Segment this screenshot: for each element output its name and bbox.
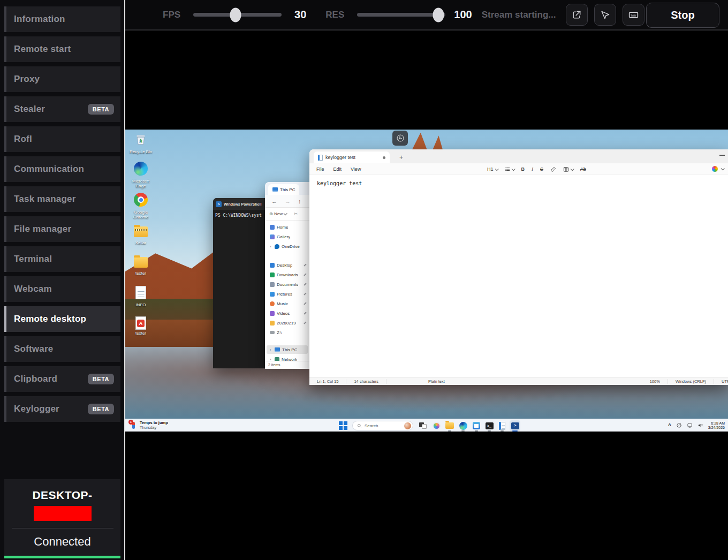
sidebar-item-remote-desktop[interactable]: Remote desktop (4, 306, 120, 332)
explorer-nav-videos[interactable]: Videos (267, 309, 308, 317)
taskbar-clock[interactable]: 6:28 AM 3/24/2026 (708, 421, 725, 430)
open-in-new-window-button[interactable] (566, 4, 588, 26)
bold-button[interactable]: B (521, 167, 525, 172)
notepad-window[interactable]: keylogger test + File Edit View H1 B I (309, 149, 728, 385)
sidebar-item-information[interactable]: Information (4, 6, 120, 32)
list-dropdown[interactable] (505, 167, 514, 172)
explorer-nav-onedrive[interactable]: ›OneDrive (267, 242, 308, 251)
strikethrough-button[interactable]: S (540, 167, 543, 172)
cut-button[interactable]: ✂ (294, 211, 298, 216)
beta-badge: BETA (88, 104, 114, 115)
stop-stream-button[interactable]: Stop (646, 3, 719, 28)
weather-widget[interactable]: 1 Temps to jumpThursday (130, 420, 168, 430)
insert-link-button[interactable] (550, 167, 556, 172)
explorer-tab[interactable]: This PC (268, 184, 299, 195)
notepad-format-bar: H1 B I S Ab (487, 163, 586, 175)
res-slider[interactable] (357, 13, 445, 17)
forward-button[interactable]: → (285, 198, 291, 205)
sidebar-item-terminal[interactable]: Terminal (4, 246, 120, 272)
powershell-titlebar[interactable]: > Windows PowerShell (213, 198, 266, 210)
explorer-nav-music[interactable]: Music (267, 299, 308, 308)
sidebar-item-remote-start[interactable]: Remote start (4, 36, 120, 62)
desktop-icon-info-document[interactable]: INFO (128, 286, 153, 307)
new-button[interactable]: ⊕ New (269, 211, 286, 216)
recycle-bin-icon (134, 132, 148, 148)
sidebar-item-keylogger[interactable]: KeyloggerBETA (4, 396, 120, 422)
sidebar-item-proxy[interactable]: Proxy (4, 66, 120, 92)
copilot-dropdown[interactable] (712, 166, 724, 172)
taskbar-app-terminal[interactable]: >_ (484, 420, 495, 431)
image-placeholder-icon[interactable] (392, 131, 408, 146)
desktop-icon-microsoft-edge[interactable]: Microsoft Edge (128, 162, 153, 188)
explorer-nav-dated-folder[interactable]: 20260219 (267, 319, 308, 327)
taskbar-app-photos[interactable] (431, 420, 442, 431)
taskbar-search[interactable]: Search (352, 421, 413, 430)
volume-muted-icon[interactable] (697, 421, 703, 430)
heading-dropdown[interactable]: H1 (487, 167, 498, 172)
file-explorer-window[interactable]: This PC ← → ↑ ⊕ New ✂ Home Gallery ›OneD… (265, 182, 310, 369)
sidebar-item-clipboard[interactable]: ClipboardBETA (4, 366, 120, 392)
explorer-nav-downloads[interactable]: Downloads (267, 270, 308, 279)
desktop-icon-google-chrome[interactable]: Google Chrome (128, 193, 153, 220)
notepad-text-area[interactable]: keylogger test (309, 175, 728, 377)
up-button[interactable]: ↑ (298, 198, 301, 205)
desktop-icon-folder-tester[interactable]: tester (128, 257, 153, 276)
cursor-control-button[interactable] (594, 4, 616, 26)
start-button[interactable] (339, 421, 347, 430)
back-button[interactable]: ← (271, 198, 277, 205)
remote-desktop-viewport[interactable]: Recycle Bin Microsoft Edge Google Chrome… (125, 130, 728, 432)
explorer-nav-gallery[interactable]: Gallery (267, 232, 308, 241)
expand-chevron-icon[interactable]: › (270, 245, 272, 248)
home-icon (270, 225, 275, 230)
explorer-nav-z-drive[interactable]: Z:\ (267, 328, 308, 337)
menu-edit[interactable]: Edit (333, 167, 342, 172)
explorer-nav-desktop[interactable]: Desktop (267, 261, 308, 269)
taskbar-app-file-explorer[interactable] (444, 420, 455, 431)
display-cast-icon[interactable] (687, 421, 693, 430)
fps-slider[interactable] (193, 13, 282, 17)
sidebar-item-stealer[interactable]: StealerBETA (4, 96, 120, 122)
italic-button[interactable]: I (532, 167, 533, 172)
minimize-button[interactable] (719, 155, 725, 156)
sidebar-item-communication[interactable]: Communication (4, 156, 120, 182)
notepad-tab[interactable]: keylogger test (314, 152, 390, 163)
desktop-icon-recycle-bin[interactable]: Recycle Bin (128, 132, 153, 154)
taskbar-app-powershell[interactable]: > (510, 420, 520, 431)
insert-table-dropdown[interactable] (563, 167, 573, 172)
explorer-nav-this-pc[interactable]: ›This PC (267, 345, 308, 354)
sidebar-item-file-manager[interactable]: File manager (4, 216, 120, 242)
clear-formatting-button[interactable]: Ab (580, 167, 586, 172)
beta-badge: BETA (88, 404, 114, 414)
zoom-level[interactable]: 100% (642, 379, 668, 384)
sidebar-item-task-manager[interactable]: Task manager (4, 186, 120, 212)
taskbar-app-edge[interactable] (458, 420, 468, 431)
fps-slider-thumb[interactable] (230, 7, 241, 22)
keyboard-input-button[interactable] (623, 4, 644, 26)
menu-file[interactable]: File (316, 167, 324, 172)
hidden-icons-button[interactable]: ^ (668, 423, 671, 429)
taskbar-app-microsoft-store[interactable] (471, 420, 482, 431)
network-status-icon[interactable] (676, 421, 682, 430)
powershell-window[interactable]: > Windows PowerShell PS C:\WINDOWS\syst (213, 198, 266, 368)
sidebar-item-software[interactable]: Software (4, 336, 120, 362)
expand-chevron-icon[interactable]: › (270, 348, 272, 352)
powershell-terminal[interactable]: PS C:\WINDOWS\syst (213, 210, 266, 221)
explorer-status-bar: 2 items (265, 361, 310, 369)
menu-view[interactable]: View (351, 167, 361, 172)
taskbar-app-task-view[interactable] (418, 420, 428, 431)
sidebar-item-webcam[interactable]: Webcam (4, 276, 120, 302)
explorer-nav-home[interactable]: Home (267, 223, 308, 231)
desktop-icon-zip-folder[interactable]: Keilar (128, 226, 153, 245)
notepad-titlebar[interactable]: keylogger test + (309, 149, 728, 163)
explorer-nav-documents[interactable]: Documents (267, 280, 308, 289)
desktop-icon-pdf-tester[interactable]: A tester (128, 316, 153, 336)
sidebar-item-label: Webcam (14, 284, 52, 294)
new-tab-button[interactable]: + (399, 154, 403, 161)
explorer-nav-pictures[interactable]: Pictures (267, 290, 308, 298)
windows-taskbar: 1 Temps to jumpThursday Search >_ > (125, 419, 728, 432)
sidebar-item-rofl[interactable]: Rofl (4, 126, 120, 152)
taskbar-app-notepad[interactable] (497, 420, 507, 431)
connection-status: Connected (4, 535, 120, 549)
sidebar-item-label: Rofl (14, 134, 32, 145)
res-slider-thumb[interactable] (433, 7, 444, 22)
